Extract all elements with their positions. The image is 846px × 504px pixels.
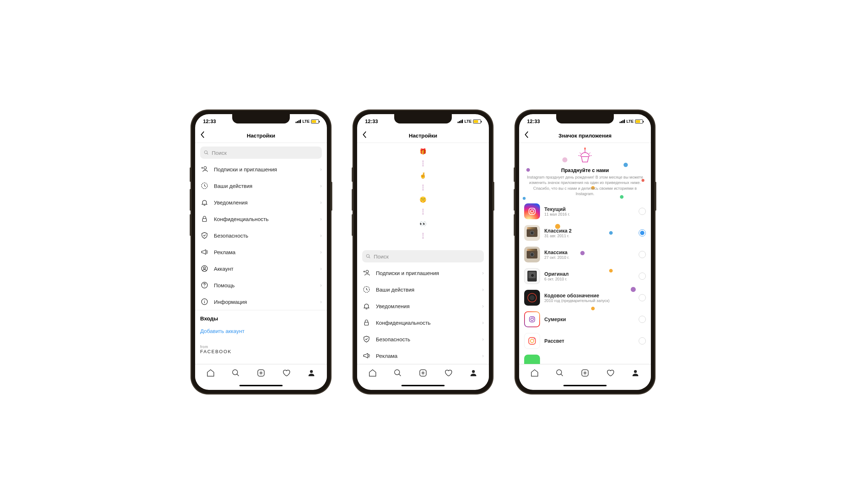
menu-item-account[interactable]: Аккаунт › — [195, 260, 327, 277]
chevron-right-icon: › — [320, 299, 322, 305]
svg-point-9 — [204, 300, 204, 301]
menu-label: Подписки и приглашения — [376, 270, 477, 276]
add-user-icon — [200, 165, 209, 173]
svg-point-7 — [204, 286, 204, 287]
bell-icon — [200, 198, 209, 206]
page-title: Настройки — [409, 132, 437, 139]
svg-point-34 — [534, 338, 535, 339]
menu-item-help[interactable]: Помощь › — [195, 277, 327, 293]
menu-item-security[interactable]: Безопасность › — [195, 227, 327, 244]
chevron-right-icon: › — [482, 303, 484, 309]
menu-item-subscriptions[interactable]: Подписки и приглашения › — [357, 265, 489, 281]
tab-home[interactable] — [530, 369, 539, 377]
add-user-icon — [362, 269, 371, 277]
menu-item-privacy[interactable]: Конфиденциальность › — [195, 211, 327, 227]
cupcake-icon — [576, 146, 594, 164]
menu-item-notifications[interactable]: Уведомления › — [357, 298, 489, 314]
svg-point-28 — [534, 209, 534, 210]
tab-profile[interactable] — [307, 369, 316, 377]
tab-add[interactable] — [581, 369, 589, 377]
clock-icon — [200, 182, 209, 190]
icon-option-classic2[interactable]: Классика 2 31 авг. 2011 г. — [519, 222, 651, 244]
icon-option-current[interactable]: Текущий 11 мая 2016 г. — [519, 201, 651, 222]
menu-label: Конфиденциальность — [376, 320, 477, 326]
menu-item-security[interactable]: Безопасность › — [357, 331, 489, 347]
menu-label: Реклама — [376, 353, 477, 359]
tab-profile[interactable] — [631, 369, 640, 377]
icon-option-original[interactable]: Оригинал 6 окт. 2010 г. — [519, 265, 651, 287]
menu-item-privacy[interactable]: Конфиденциальность › — [357, 314, 489, 331]
tab-search[interactable] — [555, 369, 564, 377]
status-time: 12:33 — [527, 118, 540, 124]
status-time: 12:33 — [203, 118, 216, 124]
add-account-link[interactable]: Добавить аккаунт — [195, 324, 327, 338]
signal-icon — [458, 120, 463, 123]
radio-button[interactable] — [639, 294, 646, 301]
menu-label: Помощь — [214, 282, 315, 288]
tab-likes[interactable] — [606, 369, 615, 377]
radio-button[interactable] — [639, 337, 646, 345]
radio-button[interactable] — [639, 251, 646, 258]
chevron-right-icon: › — [320, 216, 322, 222]
nav-header: Настройки — [357, 129, 489, 143]
tab-search[interactable] — [393, 369, 402, 377]
menu-label: Конфиденциальность — [214, 216, 315, 222]
svg-point-30 — [531, 318, 533, 320]
search-input[interactable]: Поиск — [200, 147, 322, 159]
tab-search[interactable] — [231, 369, 240, 377]
menu-item-notifications[interactable]: Уведомления › — [195, 194, 327, 211]
network-label: LTE — [302, 119, 310, 123]
tab-profile[interactable] — [469, 369, 478, 377]
svg-point-31 — [534, 317, 534, 318]
icon-name: Классика — [544, 249, 634, 255]
chevron-right-icon: › — [320, 166, 322, 172]
phone-frame-2: 12:33 LTE Настройки 🎁 🤞 🤫 👀 — [353, 110, 493, 394]
tab-home[interactable] — [206, 369, 215, 377]
search-input[interactable]: Поиск — [362, 250, 484, 262]
back-button[interactable] — [362, 131, 366, 140]
menu-item-ads[interactable]: Реклама › — [357, 347, 489, 364]
page-title: Значок приложения — [558, 132, 612, 139]
icon-option-partial[interactable] — [519, 352, 651, 364]
menu-item-subscriptions[interactable]: Подписки и приглашения › — [195, 161, 327, 177]
phone-frame-1: 12:33 LTE Настройки Поиск Подписки и при… — [191, 110, 331, 394]
celebrate-description: Instagram празднует день рождения! В это… — [526, 175, 644, 197]
tab-add[interactable] — [257, 369, 265, 377]
svg-point-25 — [472, 370, 475, 373]
icon-option-classic[interactable]: Классика 27 окт. 2010 г. — [519, 244, 651, 265]
icon-date: 27 окт. 2010 г. — [544, 255, 634, 260]
radio-button[interactable] — [639, 273, 646, 280]
menu-item-activity[interactable]: Ваши действия › — [357, 281, 489, 298]
page-title: Настройки — [247, 132, 275, 139]
tab-add[interactable] — [419, 369, 427, 377]
svg-point-37 — [634, 370, 637, 373]
menu-label: Информация — [214, 299, 315, 305]
icon-option-codename[interactable]: Кодовое обозначение 2010 год (предварите… — [519, 287, 651, 309]
back-button[interactable] — [524, 131, 528, 140]
icon-option-dusk[interactable]: Сумерки — [519, 309, 651, 330]
radio-button[interactable] — [639, 316, 646, 323]
menu-item-activity[interactable]: Ваши действия › — [195, 177, 327, 194]
menu-item-info[interactable]: Информация › — [195, 293, 327, 310]
chevron-right-icon: › — [482, 353, 484, 359]
radio-button[interactable] — [639, 229, 646, 237]
menu-label: Подписки и приглашения — [214, 166, 315, 172]
menu-item-ads[interactable]: Реклама › — [195, 244, 327, 260]
network-label: LTE — [626, 119, 634, 123]
tab-likes[interactable] — [282, 369, 291, 377]
app-icon-current — [524, 203, 540, 219]
tab-home[interactable] — [368, 369, 377, 377]
megaphone-icon — [200, 248, 209, 256]
shush-icon: 🤫 — [419, 196, 427, 203]
icon-name: Классика 2 — [544, 228, 634, 234]
app-icon-dusk — [524, 311, 540, 327]
back-button[interactable] — [200, 131, 204, 140]
menu-label: Уведомления — [376, 303, 477, 309]
radio-button[interactable] — [639, 208, 646, 215]
app-icon-classic2 — [524, 225, 540, 241]
icon-name: Сумерки — [544, 316, 634, 322]
icon-name: Оригинал — [544, 271, 634, 277]
tab-likes[interactable] — [444, 369, 453, 377]
icon-option-dawn[interactable]: Рассвет — [519, 330, 651, 352]
menu-label: Ваши действия — [376, 287, 477, 293]
